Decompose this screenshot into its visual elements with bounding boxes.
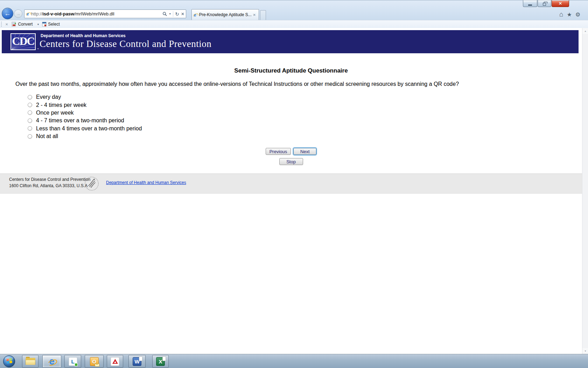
outlook-icon: O (90, 357, 99, 366)
tab-title: Pre-Knowledge Aptitude S... (199, 12, 252, 17)
option-row: 2 - 4 times per week (28, 101, 142, 109)
browser-tab[interactable]: e Pre-Knowledge Aptitude S... ✕ (191, 9, 259, 20)
select-button[interactable]: Select (42, 22, 59, 27)
search-dropdown-icon[interactable]: ▼ (169, 13, 171, 15)
cdc-logo-text: CDC (11, 35, 35, 48)
convert-button[interactable]: Convert (12, 22, 33, 27)
close-icon: ✕ (559, 1, 562, 6)
trademark-symbol: ™ (37, 48, 39, 50)
answer-options: Every day 2 - 4 times per week Once per … (28, 93, 142, 140)
option-label-3[interactable]: 4 - 7 times over a two-month period (36, 117, 124, 124)
option-label-4[interactable]: Less than 4 times over a two-month perio… (36, 125, 142, 132)
convert-dropdown-icon[interactable]: ▼ (37, 23, 39, 26)
survey-question: Over the past two months, approximately … (15, 81, 459, 87)
option-row: Once per week (28, 109, 142, 117)
start-button[interactable] (2, 355, 16, 368)
hhs-footer-link[interactable]: Department of Health and Human Services (106, 180, 186, 185)
address-bar-icons: ▼ ↻ ✕ (162, 11, 184, 17)
lync-taskbar-button[interactable]: L (64, 355, 81, 368)
page-footer: Centers for Disease Control and Preventi… (0, 173, 582, 194)
word-icon: W (133, 357, 141, 366)
search-icon[interactable] (162, 12, 167, 16)
minimize-icon (528, 5, 532, 6)
select-label: Select (48, 22, 59, 27)
folder-icon (26, 358, 35, 365)
tab-close-icon[interactable]: ✕ (252, 13, 257, 17)
command-toolbar: ✕ Convert ▼ Select (0, 20, 588, 28)
stop-navigation-icon[interactable]: ✕ (181, 12, 184, 16)
internet-explorer-icon: e (49, 357, 54, 366)
excel-icon: X (156, 357, 165, 366)
home-icon[interactable]: ⌂ (559, 11, 563, 18)
scroll-down-icon[interactable]: ▼ (582, 348, 588, 354)
option-label-1[interactable]: 2 - 4 times per week (36, 102, 86, 108)
toolbar-grip (1, 22, 2, 27)
stop-button-row: Stop (0, 158, 582, 165)
convert-label: Convert (18, 22, 33, 27)
favorites-icon[interactable]: ★ (567, 11, 572, 18)
footer-address-line: 1600 Clifton Rd, Atlanta, GA 30333, U.S.… (9, 183, 88, 188)
select-icon (42, 22, 47, 27)
excel-taskbar-button[interactable]: X (152, 355, 169, 368)
window-restore-button[interactable] (538, 0, 551, 7)
internet-explorer-taskbar-button[interactable]: e (42, 355, 61, 368)
option-row: 4 - 7 times over a two-month period (28, 117, 142, 124)
refresh-icon[interactable]: ↻ (175, 11, 179, 17)
restore-icon (543, 3, 546, 6)
window-minimize-button[interactable] (523, 0, 537, 7)
explorer-taskbar-button[interactable] (22, 355, 38, 368)
radio-button-4[interactable] (28, 126, 32, 131)
url-path: /mrIWeb/mrIWeb.dll (74, 11, 114, 16)
radio-button-5[interactable] (28, 134, 32, 139)
acrobat-reader-icon (111, 357, 119, 366)
new-tab-button[interactable] (260, 10, 266, 20)
forward-button[interactable]: → (14, 9, 22, 18)
stop-button[interactable]: Stop (279, 158, 303, 165)
option-row: Every day (28, 93, 142, 101)
back-arrow-icon: ← (4, 10, 11, 18)
scroll-up-icon[interactable]: ▲ (582, 28, 588, 34)
next-button[interactable]: Next (293, 148, 316, 155)
url-scheme: http:// (31, 11, 43, 16)
outlook-taskbar-button[interactable]: O (85, 355, 104, 368)
ie-favicon: e (27, 11, 29, 17)
navigation-buttons: Previous Next (0, 148, 582, 155)
back-button[interactable]: ← (2, 8, 13, 19)
taskbar: e L O W X O ✓ ⟳ i (0, 354, 588, 368)
option-label-2[interactable]: Once per week (36, 110, 74, 116)
option-row: Not at all (28, 132, 142, 140)
lync-icon: L (69, 357, 77, 366)
web-page: CDC ™ Department of Health and Human Ser… (0, 28, 582, 354)
divider (173, 11, 173, 17)
forward-arrow-icon: → (16, 11, 21, 16)
option-row: Less than 4 times over a two-month perio… (28, 125, 142, 132)
radio-button-0[interactable] (28, 95, 32, 100)
cdc-logo: CDC (10, 33, 36, 50)
address-bar[interactable]: e http://isd-v-oid-pasw/mrIWeb/mrIWeb.dl… (24, 9, 186, 18)
tools-gear-icon[interactable]: ⚙ (575, 11, 580, 18)
vertical-scrollbar[interactable]: ▲ ▼ (582, 28, 588, 354)
radio-button-3[interactable] (28, 118, 32, 123)
browser-action-icons: ⌂ ★ ⚙ (559, 11, 580, 18)
option-label-5[interactable]: Not at all (36, 133, 58, 139)
option-label-0[interactable]: Every day (36, 94, 61, 100)
hhs-eagle-logo-icon (84, 176, 99, 191)
tab-favicon: e (194, 12, 196, 18)
word-taskbar-button[interactable]: W (128, 355, 146, 368)
acrobat-taskbar-button[interactable] (107, 355, 123, 368)
radio-button-1[interactable] (28, 103, 32, 107)
previous-button[interactable]: Previous (266, 148, 291, 155)
toolbar-close-icon[interactable]: ✕ (5, 22, 8, 26)
cdc-header-banner: CDC ™ Department of Health and Human Ser… (2, 30, 579, 53)
browser-chrome: ✕ ← → e http://isd-v-oid-pasw/mrIWeb/mrI… (0, 0, 588, 28)
window-close-button[interactable]: ✕ (552, 0, 569, 7)
radio-button-2[interactable] (28, 110, 32, 115)
convert-icon (12, 22, 16, 27)
footer-org-line: Centers for Disease Control and Preventi… (9, 177, 90, 182)
url-domain: isd-v-oid-pasw (42, 11, 74, 16)
desktop-screen: ✕ ← → e http://isd-v-oid-pasw/mrIWeb/mrI… (0, 0, 588, 368)
page-title: Semi-Structured Aptitude Questionnaire (0, 67, 582, 74)
header-department-line: Department of Health and Human Services (41, 33, 126, 38)
header-organization-line: Centers for Disease Control and Preventi… (40, 39, 211, 49)
